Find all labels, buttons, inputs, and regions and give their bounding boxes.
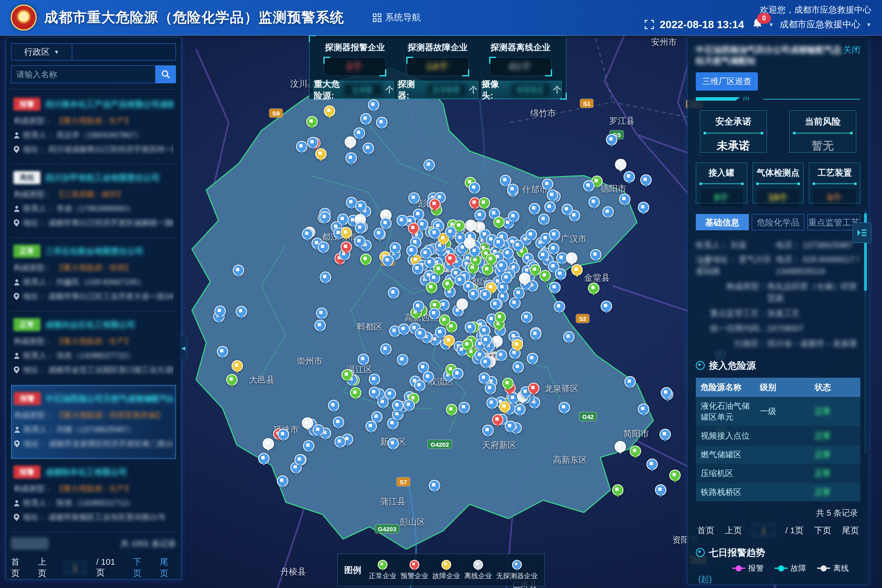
map-marker[interactable] bbox=[414, 380, 425, 391]
map-marker[interactable] bbox=[529, 203, 540, 214]
map-marker[interactable] bbox=[661, 387, 672, 399]
map-marker[interactable] bbox=[542, 178, 553, 190]
map-marker[interactable] bbox=[465, 220, 477, 231]
chevron-down-icon[interactable]: ▼ bbox=[866, 22, 871, 28]
map-marker[interactable] bbox=[423, 371, 434, 383]
map-marker[interactable] bbox=[615, 159, 626, 170]
map-marker[interactable] bbox=[376, 117, 388, 128]
map-marker[interactable] bbox=[563, 331, 575, 343]
map-marker[interactable] bbox=[588, 196, 600, 208]
expand-panel-button[interactable] bbox=[853, 223, 871, 243]
map-marker[interactable] bbox=[226, 374, 238, 385]
map-marker[interactable] bbox=[601, 301, 612, 312]
map-marker[interactable] bbox=[445, 253, 457, 265]
company-list-item[interactable]: 正常成都兴达石化工有限公司构成类型：【重大危险源 - 生产】联系人： 张杰（13… bbox=[11, 312, 176, 385]
map-marker[interactable] bbox=[408, 192, 420, 204]
map-marker[interactable] bbox=[512, 240, 524, 251]
company-list-item[interactable]: 报警四川美丰化工产业产品有限公司成都配送中心构成类型：【重大危险源 - 生产】联… bbox=[11, 91, 176, 165]
map-marker[interactable] bbox=[408, 223, 419, 234]
patrol-3d-button[interactable]: 三维厂区巡查 bbox=[696, 72, 758, 91]
map-marker[interactable] bbox=[442, 278, 454, 290]
map-marker[interactable] bbox=[277, 475, 288, 487]
map-marker[interactable] bbox=[452, 368, 463, 379]
map-marker[interactable] bbox=[669, 470, 681, 481]
map-marker[interactable] bbox=[499, 401, 510, 412]
map-marker[interactable] bbox=[328, 400, 339, 411]
map-marker[interactable] bbox=[554, 301, 565, 312]
map-marker[interactable] bbox=[530, 264, 541, 276]
map-marker[interactable] bbox=[496, 260, 508, 272]
map-marker[interactable] bbox=[302, 417, 313, 429]
map-marker[interactable] bbox=[561, 204, 573, 215]
trend-legend-item[interactable]: 离线 bbox=[817, 563, 849, 574]
map-marker[interactable] bbox=[214, 305, 226, 317]
map-marker[interactable] bbox=[588, 283, 599, 294]
map-marker[interactable] bbox=[479, 197, 490, 209]
map-marker[interactable] bbox=[303, 440, 314, 452]
map-marker[interactable] bbox=[233, 265, 244, 276]
map-marker[interactable] bbox=[302, 228, 313, 240]
map-marker[interactable] bbox=[624, 171, 635, 183]
map-marker[interactable] bbox=[464, 237, 475, 249]
map-marker[interactable] bbox=[549, 282, 561, 293]
map-marker[interactable] bbox=[334, 436, 346, 448]
map-marker[interactable] bbox=[354, 236, 365, 247]
map-marker[interactable] bbox=[508, 211, 519, 222]
map-marker[interactable] bbox=[548, 243, 559, 254]
map-marker[interactable] bbox=[493, 237, 505, 248]
map-marker[interactable] bbox=[306, 116, 318, 127]
user-menu[interactable]: 成都市应急救援中心 bbox=[780, 18, 860, 31]
map-marker[interactable] bbox=[630, 445, 641, 457]
map-marker[interactable] bbox=[459, 402, 470, 413]
fullscreen-icon[interactable] bbox=[644, 20, 654, 29]
map-marker[interactable] bbox=[396, 215, 408, 226]
map-marker[interactable] bbox=[544, 201, 556, 213]
map-marker[interactable] bbox=[462, 339, 473, 350]
map-marker[interactable] bbox=[521, 312, 532, 323]
map-marker[interactable] bbox=[659, 429, 671, 440]
map-marker[interactable] bbox=[549, 229, 560, 241]
map-marker[interactable] bbox=[413, 301, 424, 312]
map-marker[interactable] bbox=[530, 328, 541, 340]
map-marker[interactable] bbox=[415, 328, 426, 339]
map-marker[interactable] bbox=[324, 105, 335, 117]
map-marker[interactable] bbox=[638, 202, 649, 213]
district-select[interactable]: 行政区 ▼ bbox=[11, 43, 72, 60]
trend-legend-item[interactable]: 故障 bbox=[775, 563, 806, 574]
map-marker[interactable] bbox=[360, 113, 372, 125]
pagination-prev[interactable]: 上页 bbox=[38, 556, 54, 579]
map-marker[interactable] bbox=[337, 214, 349, 225]
map-marker[interactable] bbox=[319, 212, 331, 223]
map-marker[interactable] bbox=[527, 353, 538, 364]
map-marker[interactable] bbox=[559, 402, 570, 413]
map-marker[interactable] bbox=[469, 182, 480, 194]
map-marker[interactable] bbox=[602, 206, 614, 218]
map-marker[interactable] bbox=[615, 441, 626, 452]
pagination-prev[interactable]: 上页 bbox=[725, 525, 742, 536]
map-marker[interactable] bbox=[480, 289, 491, 301]
district-value-input[interactable] bbox=[72, 43, 176, 60]
tab-active[interactable]: 基础信息 bbox=[696, 214, 749, 230]
map-marker[interactable] bbox=[493, 216, 505, 228]
map-marker[interactable] bbox=[490, 298, 501, 310]
map-marker[interactable] bbox=[294, 454, 306, 466]
trend-legend-item[interactable]: 报警 bbox=[732, 563, 764, 574]
map-marker[interactable] bbox=[439, 314, 450, 326]
map-marker[interactable] bbox=[360, 254, 372, 265]
table-row[interactable]: 铁路栈桥区正常 bbox=[696, 483, 860, 501]
map-marker[interactable] bbox=[457, 298, 468, 310]
map-marker[interactable] bbox=[433, 263, 445, 275]
map-marker[interactable] bbox=[314, 320, 326, 331]
map-marker[interactable] bbox=[638, 403, 649, 415]
map-marker[interactable] bbox=[429, 227, 441, 239]
map-marker[interactable] bbox=[385, 388, 396, 400]
map-marker[interactable] bbox=[423, 159, 435, 171]
map-marker[interactable] bbox=[646, 459, 658, 470]
map-marker[interactable] bbox=[640, 174, 652, 186]
map-marker[interactable] bbox=[492, 414, 503, 425]
map-marker[interactable] bbox=[380, 343, 392, 355]
map-marker[interactable] bbox=[519, 273, 530, 284]
map-marker[interactable] bbox=[397, 354, 408, 365]
map-marker[interactable] bbox=[429, 198, 441, 210]
map-marker[interactable] bbox=[392, 400, 403, 411]
